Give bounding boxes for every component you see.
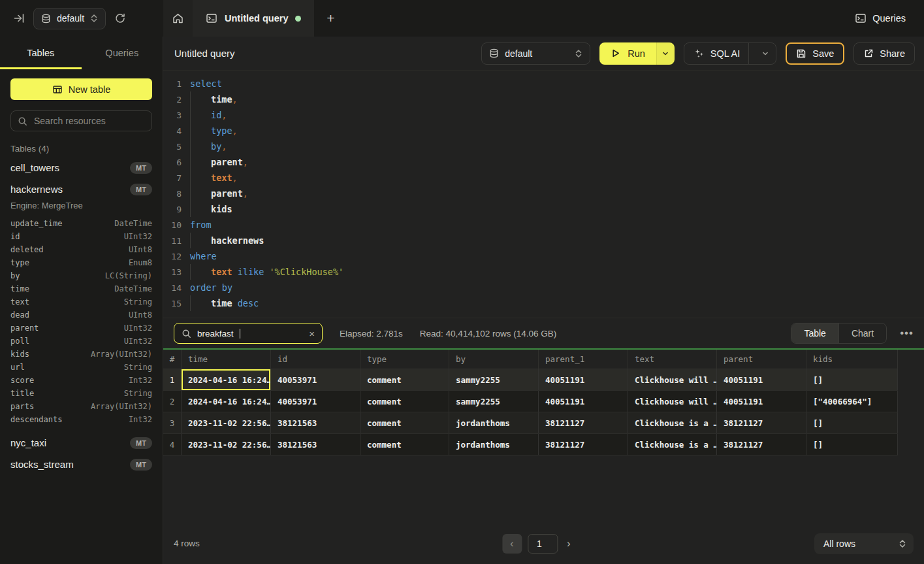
table-column-item[interactable]: idUInt32 bbox=[10, 230, 152, 243]
table-cell[interactable]: 38121127 bbox=[539, 412, 628, 433]
table-cell[interactable]: 38121127 bbox=[539, 434, 628, 455]
table-cell[interactable]: 2023-11-02 22:56… bbox=[182, 434, 271, 455]
column-type: UInt8 bbox=[129, 308, 152, 322]
table-cell[interactable]: 40053971 bbox=[271, 391, 360, 412]
table-cell[interactable]: 38121563 bbox=[271, 412, 360, 433]
sidebar-tab-tables[interactable]: Tables bbox=[0, 37, 82, 69]
column-header-parent[interactable]: parent bbox=[717, 350, 806, 369]
sidebar-table-item[interactable]: nyc_taxiMT bbox=[10, 432, 152, 454]
table-cell[interactable]: comment bbox=[360, 369, 449, 390]
sql-ai-button[interactable]: SQL AI bbox=[684, 42, 776, 65]
table-cell[interactable]: sammy2255 bbox=[449, 391, 539, 412]
table-column-item[interactable]: timeDateTime bbox=[10, 282, 152, 295]
column-header-parent_1[interactable]: parent_1 bbox=[539, 350, 628, 369]
table-cell[interactable]: 38121563 bbox=[271, 434, 360, 455]
column-header-time[interactable]: time bbox=[182, 350, 271, 369]
more-options-button[interactable]: ••• bbox=[900, 327, 914, 340]
column-header-by[interactable]: by bbox=[449, 350, 539, 369]
table-column-item[interactable]: descendantsInt32 bbox=[10, 413, 152, 426]
database-selector-query[interactable]: default bbox=[481, 42, 590, 65]
table-column-item[interactable]: deadUInt8 bbox=[10, 308, 152, 322]
sql-ai-options-button[interactable] bbox=[755, 50, 776, 58]
table-cell[interactable]: sammy2255 bbox=[449, 369, 539, 390]
table-cell[interactable]: 40053971 bbox=[271, 369, 360, 390]
sidebar-table-item[interactable]: hackernewsMT bbox=[10, 178, 152, 200]
table-cell[interactable]: Clickhouse is a … bbox=[628, 412, 717, 433]
table-column-item[interactable]: textString bbox=[10, 295, 152, 308]
tab-untitled-query[interactable]: Untitled query bbox=[193, 0, 314, 37]
table-cell[interactable]: ["40066964"] bbox=[806, 391, 898, 412]
view-toggle-table[interactable]: Table bbox=[791, 323, 838, 343]
table-engine-label: Engine: MergeTree bbox=[10, 201, 152, 210]
table-cell[interactable]: [] bbox=[806, 412, 898, 433]
previous-page-button[interactable]: ‹ bbox=[502, 534, 522, 554]
table-cell[interactable]: 40051191 bbox=[717, 369, 806, 390]
queries-button-label: Queries bbox=[872, 13, 906, 24]
database-selector-topbar[interactable]: default bbox=[33, 8, 106, 29]
table-cell[interactable]: 40051191 bbox=[539, 369, 628, 390]
share-button[interactable]: Share bbox=[853, 42, 915, 65]
editor-line: 6parent, bbox=[163, 154, 924, 170]
column-header-text[interactable]: text bbox=[628, 350, 717, 369]
queries-button[interactable]: Queries bbox=[855, 12, 906, 24]
table-cell[interactable]: 2024-04-16 16:24… bbox=[182, 369, 271, 390]
sidebar-search[interactable] bbox=[10, 110, 152, 131]
editor-line: 5by, bbox=[163, 139, 924, 154]
column-header-type[interactable]: type bbox=[360, 350, 449, 369]
view-toggle-chart[interactable]: Chart bbox=[838, 323, 886, 343]
sidebar-table-item[interactable]: stocks_streamMT bbox=[10, 454, 152, 475]
sidebar-search-input[interactable] bbox=[33, 115, 145, 127]
page-number-input[interactable]: 1 bbox=[528, 534, 558, 554]
save-button[interactable]: Save bbox=[786, 42, 844, 65]
table-cell[interactable]: jordanthoms bbox=[449, 412, 539, 433]
table-row: 32023-11-02 22:56…38121563commentjordant… bbox=[163, 412, 898, 434]
clear-filter-button[interactable]: × bbox=[309, 329, 315, 339]
table-cell[interactable]: 38121127 bbox=[717, 412, 806, 433]
results-filter-input[interactable]: breakfast × bbox=[174, 323, 323, 344]
column-header-id[interactable]: id bbox=[271, 350, 360, 369]
table-column-item[interactable]: titleString bbox=[10, 387, 152, 400]
table-cell[interactable]: Clickhouse will … bbox=[628, 369, 717, 390]
column-header-kids[interactable]: kids bbox=[806, 350, 898, 369]
table-cell[interactable]: 2023-11-02 22:56… bbox=[182, 412, 271, 433]
next-page-button[interactable]: › bbox=[564, 537, 574, 550]
home-tab-button[interactable] bbox=[163, 0, 193, 37]
sidebar-tab-queries[interactable]: Queries bbox=[82, 37, 163, 69]
table-cell[interactable]: 2024-04-16 16:24… bbox=[182, 391, 271, 412]
table-cell[interactable]: comment bbox=[360, 391, 449, 412]
table-cell[interactable]: 38121127 bbox=[717, 434, 806, 455]
new-table-button[interactable]: New table bbox=[10, 78, 152, 100]
table-column-item[interactable]: update_timeDateTime bbox=[10, 217, 152, 230]
column-header-num[interactable]: # bbox=[163, 350, 182, 369]
column-name: deleted bbox=[10, 243, 44, 256]
table-cell[interactable]: Clickhouse will … bbox=[628, 391, 717, 412]
table-cell[interactable]: jordanthoms bbox=[449, 434, 539, 455]
play-icon bbox=[611, 48, 620, 58]
table-cell[interactable]: 40051191 bbox=[539, 391, 628, 412]
table-column-item[interactable]: parentUInt32 bbox=[10, 322, 152, 335]
table-column-item[interactable]: partsArray(UInt32) bbox=[10, 400, 152, 413]
sql-editor[interactable]: 1select2time,3id,4type,5by,6parent,7text… bbox=[163, 71, 924, 318]
run-button[interactable]: Run bbox=[599, 42, 656, 65]
table-column-item[interactable]: pollUInt32 bbox=[10, 335, 152, 348]
table-column-item[interactable]: byLC(String) bbox=[10, 269, 152, 282]
table-column-item[interactable]: urlString bbox=[10, 361, 152, 374]
page-size-select[interactable]: All rows bbox=[814, 533, 914, 554]
table-column-item[interactable]: typeEnum8 bbox=[10, 256, 152, 269]
table-cell[interactable]: [] bbox=[806, 369, 898, 390]
chevron-up-down-icon bbox=[90, 14, 98, 23]
table-cell[interactable]: comment bbox=[360, 412, 449, 433]
results-table-body: 12024-04-16 16:24…40053971commentsammy22… bbox=[163, 369, 898, 456]
collapse-sidebar-button[interactable] bbox=[13, 12, 25, 24]
sidebar-table-item[interactable]: cell_towersMT bbox=[10, 157, 152, 178]
table-cell[interactable]: 40051191 bbox=[717, 391, 806, 412]
new-tab-button[interactable]: + bbox=[314, 0, 347, 37]
table-cell[interactable]: [] bbox=[806, 434, 898, 455]
refresh-button[interactable] bbox=[114, 12, 126, 24]
table-column-item[interactable]: deletedUInt8 bbox=[10, 243, 152, 256]
table-cell[interactable]: Clickhouse is a … bbox=[628, 434, 717, 455]
table-cell[interactable]: comment bbox=[360, 434, 449, 455]
table-column-item[interactable]: scoreInt32 bbox=[10, 374, 152, 387]
table-column-item[interactable]: kidsArray(UInt32) bbox=[10, 348, 152, 361]
run-options-button[interactable] bbox=[656, 42, 675, 65]
